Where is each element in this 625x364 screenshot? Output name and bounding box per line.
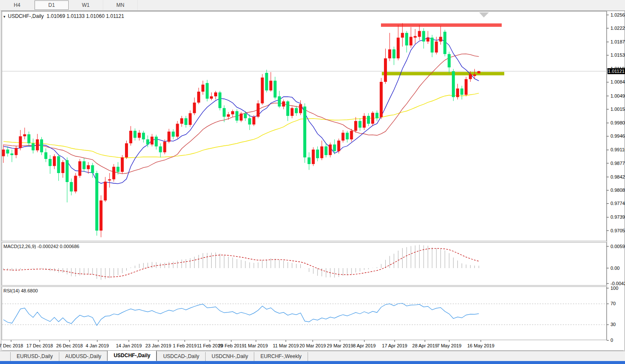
symbol-tab-audusd[interactable]: AUDUSD-,Daily — [59, 352, 108, 361]
taskbar-strip — [0, 361, 625, 364]
trading-terminal: H4 D1 W1 MN ▾USDCHF-,Daily 1.01069 1.011… — [0, 0, 625, 364]
current-price-badge: 1.01121 — [608, 68, 625, 74]
symbol-tab-eurchf[interactable]: EURCHF-,Weekly — [254, 352, 308, 361]
macd-pane[interactable] — [2, 243, 606, 285]
price-axis-strip[interactable] — [607, 12, 624, 340]
symbol-tab-usdchf[interactable]: USDCHF-,Daily — [107, 350, 157, 361]
rsi-pane[interactable] — [2, 287, 606, 340]
symbol-tab-eurusd[interactable]: EURUSD-,Daily — [10, 352, 59, 361]
time-axis-strip[interactable] — [2, 341, 606, 350]
symbol-tab-usdcnh[interactable]: USDCNH-,Daily — [205, 352, 254, 361]
symbol-tab-usdcad[interactable]: USDCAD-,Daily — [157, 352, 205, 361]
symbol-tab-bar: EURUSD-,Daily AUDUSD-,Daily USDCHF-,Dail… — [0, 351, 625, 361]
price-pane[interactable] — [2, 12, 606, 241]
